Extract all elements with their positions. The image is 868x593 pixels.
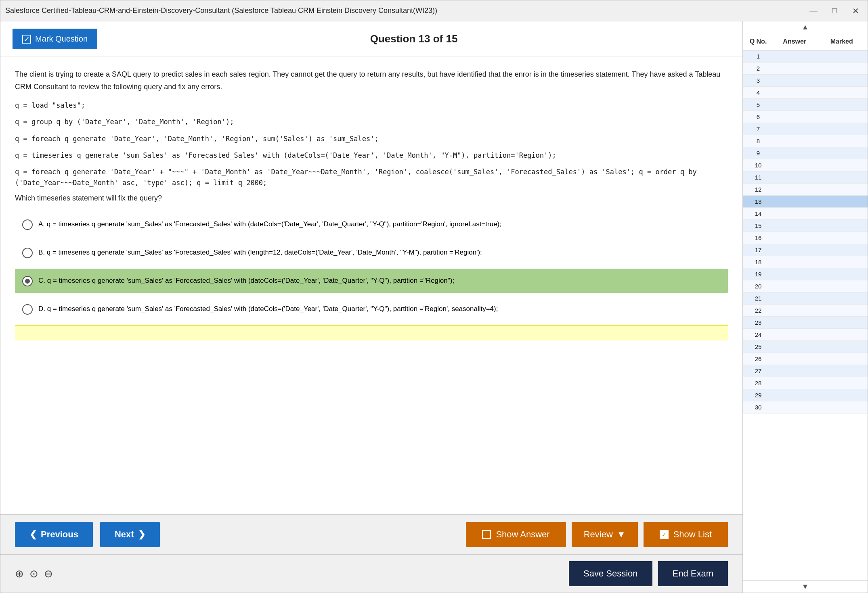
q-num-22: 22	[746, 307, 770, 314]
question-title: Question 13 of 15	[97, 33, 730, 45]
q-num-17: 17	[746, 246, 770, 253]
option-c[interactable]: C. q = timeseries q generate 'sum_Sales'…	[15, 269, 728, 293]
question-list-row-9[interactable]: 9	[743, 147, 868, 159]
option-a[interactable]: A. q = timeseries q generate 'sum_Sales'…	[15, 212, 728, 236]
save-session-label: Save Session	[583, 568, 638, 578]
question-list-row-10[interactable]: 10	[743, 159, 868, 171]
close-button[interactable]: ✕	[848, 4, 863, 18]
question-list-row-17[interactable]: 17	[743, 244, 868, 256]
zoom-in-button[interactable]: ⊕	[15, 568, 24, 580]
question-list-row-18[interactable]: 18	[743, 256, 868, 268]
q-num-12: 12	[746, 186, 770, 193]
code-line-4: q = timeseries q generate 'sum_Sales' as…	[15, 150, 728, 161]
end-exam-button[interactable]: End Exam	[658, 561, 728, 586]
show-list-label: Show List	[673, 529, 712, 540]
prev-chevron-icon: ❮	[29, 529, 37, 540]
mark-question-button[interactable]: ✓ Mark Question	[13, 29, 97, 49]
maximize-button[interactable]: □	[827, 4, 842, 18]
previous-button[interactable]: ❮ Previous	[15, 522, 93, 547]
review-button[interactable]: Review ▼	[572, 522, 638, 547]
q-num-14: 14	[746, 210, 770, 217]
review-dropdown-icon: ▼	[617, 529, 626, 540]
col-marked: Marked	[819, 38, 865, 45]
col-answer: Answer	[772, 38, 818, 45]
previous-label: Previous	[41, 529, 78, 540]
q-num-24: 24	[746, 331, 770, 338]
nav-center: Show Answer Review ▼ ✓ Show List	[466, 522, 728, 547]
question-list-row-5[interactable]: 5	[743, 99, 868, 111]
next-chevron-icon: ❯	[138, 529, 145, 540]
q-num-5: 5	[746, 101, 770, 108]
question-list-row-27[interactable]: 27	[743, 365, 868, 377]
code-line-2: q = group q by ('Date_Year', 'Date_Month…	[15, 117, 728, 127]
q-num-28: 28	[746, 380, 770, 386]
question-list-row-1[interactable]: 1	[743, 50, 868, 63]
question-list-row-22[interactable]: 22	[743, 305, 868, 317]
question-content: The client is trying to create a SAQL qu…	[0, 57, 742, 514]
question-list-row-28[interactable]: 28	[743, 377, 868, 389]
q-num-26: 26	[746, 355, 770, 362]
scroll-up-button[interactable]: ▲	[743, 21, 868, 33]
question-list-row-16[interactable]: 16	[743, 232, 868, 244]
q-num-25: 25	[746, 343, 770, 350]
question-list-row-2[interactable]: 2	[743, 63, 868, 75]
review-label: Review	[584, 529, 613, 540]
minimize-button[interactable]: ―	[806, 4, 821, 18]
save-session-button[interactable]: Save Session	[569, 561, 652, 586]
radio-b	[22, 248, 33, 258]
q-num-9: 9	[746, 150, 770, 157]
question-list-row-3[interactable]: 3	[743, 75, 868, 87]
show-answer-checkbox-icon	[482, 530, 491, 539]
q-num-16: 16	[746, 234, 770, 241]
q-num-19: 19	[746, 271, 770, 278]
q-num-4: 4	[746, 89, 770, 96]
question-prompt: Which timeseries statement will fix the …	[15, 194, 728, 203]
question-text: The client is trying to create a SAQL qu…	[15, 68, 728, 93]
question-list-row-12[interactable]: 12	[743, 184, 868, 196]
question-list-row-7[interactable]: 7	[743, 123, 868, 135]
q-num-13: 13	[746, 198, 770, 205]
radio-d	[22, 304, 33, 315]
question-list-row-4[interactable]: 4	[743, 87, 868, 99]
question-list-row-11[interactable]: 11	[743, 171, 868, 184]
zoom-controls: ⊕ ⊙ ⊖	[15, 568, 53, 580]
question-list-row-24[interactable]: 24	[743, 329, 868, 341]
question-list-row-30[interactable]: 30	[743, 401, 868, 413]
question-list-row-8[interactable]: 8	[743, 135, 868, 147]
q-num-18: 18	[746, 259, 770, 265]
question-list-row-20[interactable]: 20	[743, 280, 868, 292]
window-title: Salesforce Certified-Tableau-CRM-and-Ein…	[5, 6, 437, 15]
q-num-23: 23	[746, 319, 770, 326]
show-list-button[interactable]: ✓ Show List	[644, 522, 728, 547]
question-list-row-14[interactable]: 14	[743, 208, 868, 220]
question-list-row-13[interactable]: 13	[743, 196, 868, 208]
option-d[interactable]: D. q = timeseries q generate 'sum_Sales'…	[15, 297, 728, 321]
zoom-reset-button[interactable]: ⊙	[29, 568, 38, 580]
question-list-row-15[interactable]: 15	[743, 220, 868, 232]
question-list-row-6[interactable]: 6	[743, 111, 868, 123]
next-button[interactable]: Next ❯	[100, 522, 160, 547]
session-buttons: Save Session End Exam	[569, 561, 728, 586]
option-a-text: A. q = timeseries q generate 'sum_Sales'…	[38, 219, 721, 230]
code-line-1: q = load "sales";	[15, 100, 728, 111]
question-list-row-21[interactable]: 21	[743, 292, 868, 305]
q-num-20: 20	[746, 283, 770, 290]
nav-left: ❮ Previous Next ❯	[15, 522, 160, 547]
question-list-row-29[interactable]: 29	[743, 389, 868, 401]
scroll-down-button[interactable]: ▼	[743, 580, 868, 593]
option-b-text: B. q = timeseries q generate 'sum_Sales'…	[38, 247, 721, 258]
question-list-row-19[interactable]: 19	[743, 268, 868, 280]
option-b[interactable]: B. q = timeseries q generate 'sum_Sales'…	[15, 240, 728, 265]
next-label: Next	[115, 529, 134, 540]
code-line-5: q = foreach q generate 'Date_Year' + "~~…	[15, 167, 728, 188]
show-answer-button[interactable]: Show Answer	[466, 522, 566, 547]
hint-bar	[15, 325, 728, 340]
q-num-15: 15	[746, 222, 770, 229]
question-list-row-23[interactable]: 23	[743, 317, 868, 329]
titlebar-controls: ― □ ✕	[806, 4, 863, 18]
zoom-out-button[interactable]: ⊖	[44, 568, 53, 580]
right-panel: ▲ Q No. Answer Marked 1 2 3 4 5 6 7	[742, 21, 868, 593]
main-area: ✓ Mark Question Question 13 of 15 The cl…	[0, 21, 868, 593]
question-list-row-26[interactable]: 26	[743, 353, 868, 365]
question-list-row-25[interactable]: 25	[743, 341, 868, 353]
